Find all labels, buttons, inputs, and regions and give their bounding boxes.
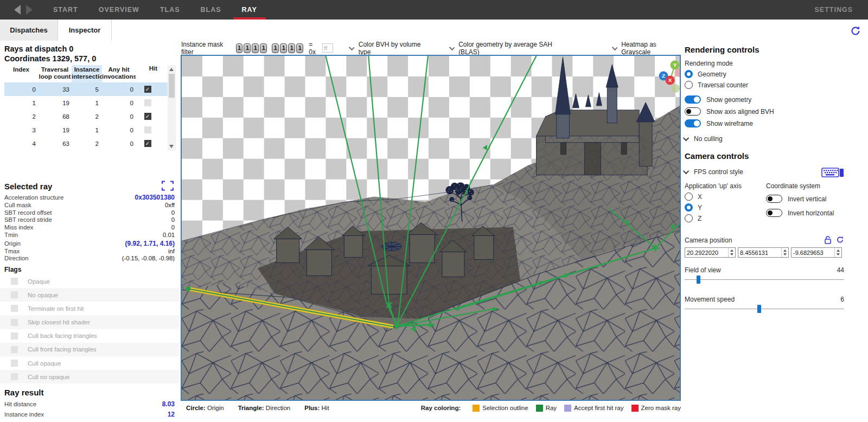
movement-speed-slider[interactable] bbox=[685, 304, 844, 313]
nav-item-overview[interactable]: OVERVIEW bbox=[99, 0, 139, 20]
lock-icon[interactable] bbox=[824, 235, 832, 244]
radio-axis-y[interactable]: Y bbox=[685, 203, 763, 212]
keyboard-icon[interactable] bbox=[821, 167, 844, 178]
forward-icon[interactable] bbox=[26, 5, 33, 15]
viewport-scene[interactable]: Y Z X bbox=[182, 56, 680, 400]
table-row[interactable]: 0 33 5 0 bbox=[4, 82, 176, 96]
dropdown-label: Color BVH by volume type bbox=[359, 41, 428, 56]
heatmap-dropdown[interactable]: Heatmap as Grayscale bbox=[614, 41, 681, 56]
col-header-anyhit[interactable]: Any hit invocations bbox=[102, 65, 136, 80]
reset-icon[interactable] bbox=[836, 235, 844, 244]
mask-bit-button[interactable]: 1 bbox=[280, 43, 287, 53]
col-header-index[interactable]: Index bbox=[4, 65, 38, 73]
color-geometry-dropdown[interactable]: Color geometry by average SAH (BLAS) bbox=[451, 41, 565, 56]
col-header-instance[interactable]: Instance intersections bbox=[72, 65, 102, 82]
camera-z-field[interactable] bbox=[791, 247, 842, 258]
scroll-up-icon[interactable] bbox=[169, 68, 174, 71]
col-header-traversal[interactable]: Traversal loop count bbox=[38, 65, 72, 80]
flag-label: No opaque bbox=[28, 292, 58, 298]
radio-axis-x[interactable]: X bbox=[685, 193, 763, 201]
table-row[interactable]: 4 63 2 0 bbox=[4, 137, 176, 150]
toggle-show-wireframe[interactable]: Show wireframe bbox=[685, 119, 844, 127]
mask-bit-button[interactable]: 1 bbox=[236, 43, 243, 53]
culling-dropdown[interactable]: No culling bbox=[685, 135, 844, 143]
chevron-down-icon bbox=[449, 44, 455, 50]
camera-x-field[interactable] bbox=[685, 247, 736, 258]
tab-dispatches[interactable]: Dispatches bbox=[0, 20, 58, 41]
cell-anyhit: 0 bbox=[102, 127, 136, 133]
movement-speed-slider-thumb[interactable] bbox=[757, 305, 761, 313]
mask-hex-input[interactable] bbox=[322, 43, 333, 53]
table-row[interactable]: 3 19 1 0 bbox=[4, 123, 176, 137]
fov-value: 44 bbox=[837, 266, 844, 274]
toggle-show-bvh[interactable]: Show axis aligned BVH bbox=[685, 107, 844, 116]
spinner-icons[interactable] bbox=[834, 248, 841, 257]
radio-icon[interactable] bbox=[685, 70, 693, 78]
radio-geometry[interactable]: Geometry bbox=[685, 70, 844, 78]
radio-icon[interactable] bbox=[685, 203, 693, 212]
fps-style-dropdown[interactable]: FPS control style bbox=[685, 168, 844, 176]
focus-icon[interactable] bbox=[162, 181, 174, 191]
mask-bit-button[interactable]: 1 bbox=[244, 43, 251, 53]
hit-checkbox bbox=[144, 99, 151, 106]
toggle-icon[interactable] bbox=[766, 209, 782, 217]
camera-y-field[interactable] bbox=[738, 247, 789, 258]
radio-icon[interactable] bbox=[685, 81, 693, 89]
kv-value: 0 bbox=[171, 209, 175, 217]
hit-checkbox bbox=[144, 86, 151, 93]
col-header-hit[interactable]: Hit bbox=[136, 65, 159, 72]
nav-item-blas[interactable]: BLAS bbox=[201, 0, 221, 20]
viewport-legend: Circle: Origin Triangle: Direction Plus:… bbox=[181, 402, 681, 414]
flag-label: Cull front facing triangles bbox=[28, 346, 97, 353]
acceleration-structure-link[interactable]: 0x303501380 bbox=[135, 193, 175, 202]
refresh-icon[interactable] bbox=[850, 25, 861, 37]
mask-bit-button[interactable]: 1 bbox=[252, 43, 259, 53]
spinner-icons[interactable] bbox=[728, 248, 735, 257]
toggle-show-geometry[interactable]: Show geometry bbox=[685, 95, 844, 104]
mask-bit-button[interactable]: 1 bbox=[296, 43, 303, 53]
back-icon[interactable] bbox=[14, 5, 21, 15]
scroll-thumb[interactable] bbox=[169, 74, 175, 98]
fov-slider[interactable] bbox=[685, 275, 844, 284]
toggle-icon[interactable] bbox=[766, 195, 782, 203]
flag-checkbox bbox=[11, 291, 18, 298]
table-row[interactable]: 2 68 2 0 bbox=[4, 110, 176, 123]
viewport-toolbar: Instance mask filter 1 1 1 1 1 1 1 1 = 0… bbox=[181, 41, 681, 55]
scroll-down-icon[interactable] bbox=[169, 145, 174, 148]
kv-value: 0 bbox=[171, 224, 175, 232]
radio-traversal-counter[interactable]: Traversal counter bbox=[685, 81, 844, 89]
radio-icon[interactable] bbox=[685, 214, 693, 222]
nav-item-tlas[interactable]: TLAS bbox=[160, 0, 180, 20]
toggle-icon[interactable] bbox=[685, 119, 701, 127]
radio-label: Y bbox=[698, 204, 702, 212]
nav-item-ray[interactable]: RAY bbox=[242, 0, 257, 20]
toggle-icon[interactable] bbox=[685, 95, 701, 104]
viewport: Y Z X bbox=[181, 55, 681, 401]
cell-index: 0 bbox=[4, 86, 38, 93]
up-axis-label: Application 'up' axis bbox=[685, 182, 763, 190]
cell-instance: 5 bbox=[72, 86, 102, 93]
table-scrollbar[interactable] bbox=[168, 65, 176, 151]
kv-label: Tmin bbox=[4, 232, 18, 239]
nav-item-settings[interactable]: SETTINGS bbox=[814, 6, 853, 14]
color-bvh-dropdown[interactable]: Color BVH by volume type bbox=[350, 41, 427, 56]
legend-plus: Plus: Hit bbox=[304, 405, 329, 411]
table-row[interactable]: 1 19 1 0 bbox=[4, 96, 176, 110]
flag-label: Opaque bbox=[28, 278, 50, 285]
kv-value: inf bbox=[168, 248, 175, 255]
mask-bit-button[interactable]: 1 bbox=[260, 43, 267, 53]
tab-inspector[interactable]: Inspector bbox=[58, 20, 112, 41]
mask-bit-button[interactable]: 1 bbox=[272, 43, 279, 53]
toggle-invert-horizontal[interactable]: Invert horizontal bbox=[766, 209, 834, 217]
toggle-icon[interactable] bbox=[685, 107, 701, 116]
camera-controls-title: Camera controls bbox=[685, 151, 844, 161]
mask-bit-button[interactable]: 1 bbox=[288, 43, 295, 53]
nav-item-start[interactable]: START bbox=[53, 0, 78, 20]
fov-slider-thumb[interactable] bbox=[697, 276, 700, 284]
toggle-label: Invert vertical bbox=[788, 195, 826, 203]
radio-icon[interactable] bbox=[685, 193, 693, 201]
chevron-down-icon bbox=[683, 135, 689, 141]
radio-axis-z[interactable]: Z bbox=[685, 214, 763, 222]
spinner-icons[interactable] bbox=[781, 248, 788, 257]
toggle-invert-vertical[interactable]: Invert vertical bbox=[766, 195, 834, 203]
